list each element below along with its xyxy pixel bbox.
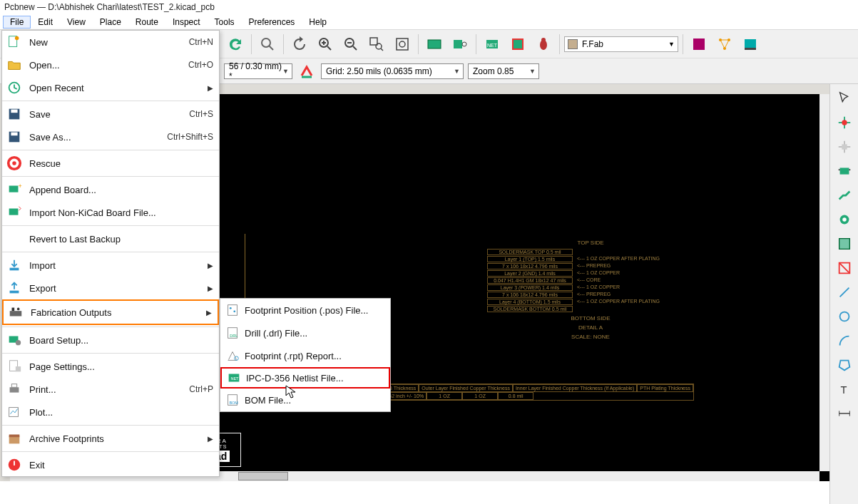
table-cell: 0.8 mil <box>498 392 533 400</box>
submenu-item-bom-file[interactable]: BOMBOM File... <box>220 389 390 411</box>
add-line-icon[interactable] <box>834 282 854 302</box>
highlight-net-icon[interactable] <box>834 113 854 133</box>
menu-label: Save As... <box>26 132 167 143</box>
add-text-icon[interactable]: T <box>834 379 854 399</box>
open-icon <box>2 57 26 73</box>
grid-select[interactable]: Grid: 2.50 mils (0.0635 mm)▼ <box>321 63 464 79</box>
route-track-icon[interactable] <box>834 185 854 205</box>
zoom-fit-icon[interactable] <box>256 33 279 56</box>
menu-item-revert-to-last-backup[interactable]: Revert to Last Backup <box>2 227 219 250</box>
menu-item-export[interactable]: Export▶ <box>2 277 219 299</box>
menu-item-fabrication-outputs[interactable]: Fabrication Outputs▶ <box>2 299 219 325</box>
add-arc-icon[interactable] <box>834 331 854 351</box>
add-circle-icon[interactable] <box>834 307 854 326</box>
menu-item-page-settings[interactable]: Page Settings... <box>2 355 219 378</box>
submenu-item-drill-drl-file[interactable]: DRLDrill (.drl) File... <box>220 322 390 344</box>
drc-icon[interactable] <box>506 33 529 56</box>
menu-inspect[interactable]: Inspect <box>165 16 208 29</box>
menu-item-archive-footprints[interactable]: Archive Footprints▶ <box>2 427 219 450</box>
menu-item-save-as[interactable]: Save As...Ctrl+Shift+S <box>2 125 219 148</box>
redo-icon[interactable] <box>224 33 247 56</box>
vertical-scrollbar[interactable] <box>819 94 829 471</box>
stackup-scale-label: SCALE: NONE <box>487 334 694 340</box>
menu-label: Import Non-KiCad Board File... <box>26 207 213 218</box>
zoom-label: Zoom 0.85 <box>473 66 514 76</box>
window-title: Pcbnew — D:\Abhishek Chari\latest\TEST_2… <box>0 0 858 14</box>
scroll-thumb[interactable] <box>238 472 288 480</box>
svg-rect-52 <box>11 133 17 136</box>
add-zone-icon[interactable] <box>834 234 854 254</box>
revert-icon <box>2 231 26 247</box>
menu-item-append-board[interactable]: +Append Board... <box>2 178 219 201</box>
zoom-out-icon[interactable] <box>339 33 362 56</box>
submenu-item-footprint-rpt-report[interactable]: Footprint (.rpt) Report... <box>220 344 390 367</box>
zoom-in-icon[interactable] <box>314 33 337 56</box>
svg-line-8 <box>353 46 357 50</box>
footprint-editor-icon[interactable] <box>449 33 471 56</box>
menubar: File Edit View Place Route Inspect Tools… <box>0 14 858 30</box>
show-ratsnest-icon[interactable] <box>713 33 736 56</box>
submenu-label: Footprint (.rpt) Report... <box>245 351 384 361</box>
menu-item-print[interactable]: Print...Ctrl+P <box>2 378 219 401</box>
svg-rect-66 <box>16 366 21 371</box>
stackup-row: SOLDERMASK BOTTOM 0.5 mil <box>487 306 694 312</box>
zoom-select[interactable]: Zoom 0.85▼ <box>468 63 539 79</box>
svg-text:BOM: BOM <box>229 401 238 405</box>
svg-rect-34 <box>839 168 849 174</box>
menu-preferences[interactable]: Preferences <box>242 16 302 29</box>
chevron-down-icon: ▼ <box>668 41 675 48</box>
add-footprint-icon[interactable] <box>834 161 854 181</box>
add-via-icon[interactable] <box>834 210 854 230</box>
menu-item-rescue[interactable]: Rescue <box>2 152 219 175</box>
select-tool-icon[interactable] <box>834 88 854 108</box>
add-keepout-icon[interactable] <box>834 258 854 278</box>
zoom-region-icon[interactable] <box>365 33 388 56</box>
zoom-auto-icon[interactable] <box>391 33 414 56</box>
add-dimension-icon[interactable] <box>834 403 854 423</box>
menu-item-plot[interactable]: Plot... <box>2 401 219 423</box>
menu-tools[interactable]: Tools <box>208 16 242 29</box>
menu-view[interactable]: View <box>60 16 93 29</box>
menu-help[interactable]: Help <box>302 16 334 29</box>
table-cell: 1 OZ <box>462 392 498 400</box>
menu-label: New <box>26 37 189 48</box>
menu-place[interactable]: Place <box>93 16 128 29</box>
track-width-label: 56 / 0.30 mm) * <box>229 61 287 81</box>
track-width-select[interactable]: 56 / 0.30 mm) *▼ <box>224 63 292 79</box>
footprint-browser-icon[interactable] <box>423 33 446 56</box>
add-polygon-icon[interactable] <box>834 355 854 375</box>
submenu-item-ipc-d-netlist-file[interactable]: NETIPC-D-356 Netlist File... <box>220 367 390 389</box>
menu-shortcut: Ctrl+O <box>188 60 213 70</box>
fabrication-outputs-submenu[interactable]: Footprint Position (.pos) File...DRLDril… <box>220 298 391 412</box>
svg-rect-71 <box>9 435 20 438</box>
menu-file[interactable]: File <box>3 16 31 29</box>
menu-item-save[interactable]: SaveCtrl+S <box>2 103 219 125</box>
via-icon[interactable] <box>297 61 317 81</box>
refresh-icon[interactable] <box>288 33 311 56</box>
new-icon <box>2 34 26 50</box>
menu-item-open-recent[interactable]: Open Recent▶ <box>2 76 219 99</box>
menu-label: Page Settings... <box>26 361 213 372</box>
submenu-item-footprint-position-pos-file[interactable]: Footprint Position (.pos) File... <box>220 299 390 322</box>
layer-manager-icon[interactable] <box>688 33 710 56</box>
menu-item-new[interactable]: NewCtrl+N <box>2 31 219 53</box>
drl-icon: DRL <box>220 325 245 341</box>
svg-rect-73 <box>14 461 15 466</box>
layer-select[interactable]: F.Fab ▼ <box>564 36 678 52</box>
menu-item-exit[interactable]: Exit <box>2 453 219 476</box>
rpt-icon <box>220 348 245 364</box>
netlist-icon[interactable]: NET <box>481 33 504 56</box>
scripting-icon[interactable] <box>739 33 762 56</box>
svg-rect-12 <box>397 38 408 50</box>
menu-item-open[interactable]: Open...Ctrl+O <box>2 53 219 76</box>
svg-text:+: + <box>19 182 22 190</box>
menu-item-import-non-kicad-board-file[interactable]: Import Non-KiCad Board File... <box>2 201 219 224</box>
menu-item-import[interactable]: Import▶ <box>2 254 219 277</box>
menu-item-board-setup[interactable]: Board Setup... <box>2 329 219 351</box>
bug-icon[interactable] <box>532 33 555 56</box>
menu-edit[interactable]: Edit <box>31 16 60 29</box>
svg-point-47 <box>15 36 19 41</box>
local-ratsnest-icon[interactable] <box>834 137 854 157</box>
file-menu-dropdown[interactable]: NewCtrl+NOpen...Ctrl+OOpen Recent▶SaveCt… <box>1 30 220 477</box>
menu-route[interactable]: Route <box>128 16 165 29</box>
